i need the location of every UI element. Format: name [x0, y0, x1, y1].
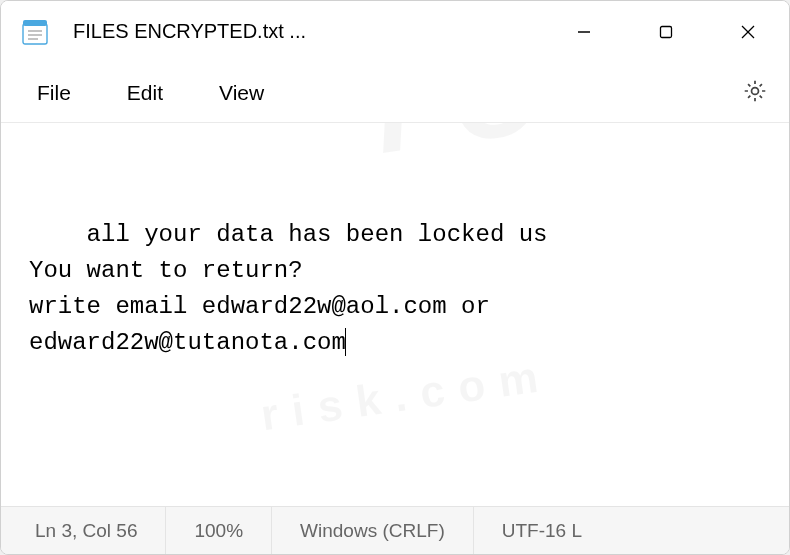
notepad-icon: [21, 18, 49, 46]
maximize-button[interactable]: [625, 1, 707, 63]
minimize-button[interactable]: [543, 1, 625, 63]
gear-icon: [742, 78, 768, 108]
menu-file[interactable]: File: [9, 71, 99, 115]
status-zoom[interactable]: 100%: [166, 507, 272, 554]
svg-rect-1: [23, 20, 47, 26]
status-cursor[interactable]: Ln 3, Col 56: [1, 507, 166, 554]
status-encoding[interactable]: UTF-16 L: [474, 507, 610, 554]
window-title: FILES ENCRYPTED.txt ...: [73, 20, 543, 43]
status-eol[interactable]: Windows (CRLF): [272, 507, 474, 554]
text-editor-area[interactable]: PC risk.com all your data has been locke…: [1, 123, 789, 506]
titlebar: FILES ENCRYPTED.txt ...: [1, 1, 789, 63]
svg-rect-0: [23, 24, 47, 44]
notepad-window: FILES ENCRYPTED.txt ... File Edit View: [0, 0, 790, 555]
close-button[interactable]: [707, 1, 789, 63]
menu-edit[interactable]: Edit: [99, 71, 191, 115]
svg-point-9: [752, 87, 759, 94]
window-controls: [543, 1, 789, 62]
menu-view[interactable]: View: [191, 71, 292, 115]
editor-content: all your data has been locked us You wan…: [29, 221, 547, 356]
menubar: File Edit View: [1, 63, 789, 123]
settings-button[interactable]: [729, 70, 781, 116]
svg-rect-6: [661, 27, 672, 38]
statusbar: Ln 3, Col 56 100% Windows (CRLF) UTF-16 …: [1, 506, 789, 554]
